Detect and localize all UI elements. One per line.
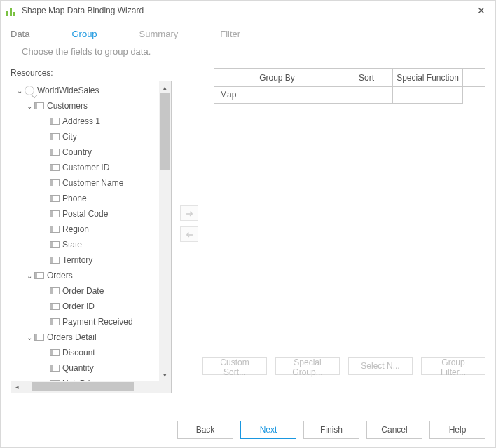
step-summary[interactable]: Summary [139,29,179,39]
cancel-button[interactable]: Cancel [366,421,422,439]
tree-field[interactable]: City [11,129,159,144]
column-header-sort[interactable]: Sort [340,69,393,87]
table-icon [34,272,44,279]
vertical-scrollbar[interactable]: ▴ ▾ [159,81,171,381]
group-by-grid: Group By Sort Special Function Map [214,68,485,348]
horizontal-scrollbar[interactable]: ◂ ▸ [11,381,171,393]
field-icon [50,303,60,310]
column-header-special[interactable]: Special Function [393,69,463,87]
cell-special[interactable] [393,87,463,104]
table-icon [34,102,44,109]
tree-field[interactable]: Quantity [11,360,159,376]
resources-tree: ⌄ WorldWideSales ⌄ Customers Address 1 C… [11,81,172,393]
scroll-thumb[interactable] [160,93,170,170]
chevron-down-icon[interactable]: ⌄ [15,87,23,95]
field-icon [50,318,60,325]
app-icon [6,5,18,16]
tree-field[interactable]: Customer ID [11,160,159,175]
scroll-thumb[interactable] [32,382,134,391]
wizard-steps: Data Group Summary Filter [1,20,495,43]
tree-field[interactable]: Region [11,222,159,237]
tree-table[interactable]: ⌄ Orders Detail [11,330,159,345]
help-button[interactable]: Help [429,421,485,439]
field-icon [50,241,60,248]
step-separator [186,34,212,34]
next-button[interactable]: Next [240,421,296,439]
field-icon [50,257,60,264]
add-button[interactable]: ➜ [180,205,198,221]
tree-field[interactable]: Territory [11,252,159,268]
field-icon [50,195,60,202]
datasource-icon [25,86,34,95]
table-row[interactable]: Map [214,87,485,104]
back-button[interactable]: Back [177,421,233,439]
cell-sort[interactable] [340,87,393,104]
tree-field[interactable]: Phone [11,191,159,206]
tree-field[interactable]: Postal Code [11,206,159,222]
cell-group-by[interactable]: Map [214,87,340,104]
step-separator [106,34,131,34]
tree-datasource[interactable]: ⌄ WorldWideSales [11,83,159,98]
tree-label: WorldWideSales [37,86,99,95]
tree-field[interactable]: Unit Price [11,376,159,381]
special-group-button[interactable]: Special Group... [275,357,340,375]
tree-field[interactable]: Payment Received [11,314,159,330]
wizard-subtitle: Choose the fields to group data. [1,43,495,67]
tree-field[interactable]: State [11,237,159,252]
field-icon [50,349,60,356]
field-icon [50,287,60,294]
chevron-down-icon[interactable]: ⌄ [25,334,33,341]
step-group[interactable]: Group [71,29,97,39]
field-icon [50,164,60,171]
tree-field[interactable]: Customer Name [11,175,159,191]
close-icon[interactable]: ✕ [473,4,490,18]
field-icon [50,179,60,186]
tree-field[interactable]: Country [11,144,159,160]
select-n-button[interactable]: Select N... [348,357,413,375]
tree-label: Customers [47,101,88,111]
field-icon [50,365,60,372]
tree-field[interactable]: Address 1 [11,114,159,129]
finish-button[interactable]: Finish [303,421,359,439]
field-icon [50,118,60,125]
scroll-left-icon[interactable]: ◂ [11,381,23,393]
table-icon [34,334,44,341]
wizard-footer: Back Next Finish Cancel Help [1,421,495,439]
field-icon [50,149,60,156]
field-icon [50,210,60,217]
remove-button[interactable]: ➜ [180,226,198,242]
scroll-down-icon[interactable]: ▾ [159,369,171,381]
field-icon [50,133,60,140]
title-bar: Shape Map Data Binding Wizard ✕ [1,1,495,20]
window-title: Shape Map Data Binding Wizard [22,6,144,15]
step-data[interactable]: Data [11,29,29,39]
chevron-down-icon[interactable]: ⌄ [25,102,33,110]
group-filter-button[interactable]: Group Filter... [421,357,485,375]
column-header-group-by[interactable]: Group By [214,69,340,87]
tree-table[interactable]: ⌄ Customers [11,98,159,114]
tree-table[interactable]: ⌄ Orders [11,268,159,283]
tree-field[interactable]: Discount [11,345,159,360]
chevron-down-icon[interactable]: ⌄ [25,272,33,280]
field-icon [50,226,60,233]
custom-sort-button[interactable]: Custom Sort... [202,357,267,375]
step-filter[interactable]: Filter [220,29,240,39]
scroll-up-icon[interactable]: ▴ [159,81,171,93]
step-separator [38,34,63,34]
scroll-corner [159,381,171,393]
tree-field[interactable]: Order Date [11,283,159,299]
tree-field[interactable]: Order ID [11,299,159,314]
